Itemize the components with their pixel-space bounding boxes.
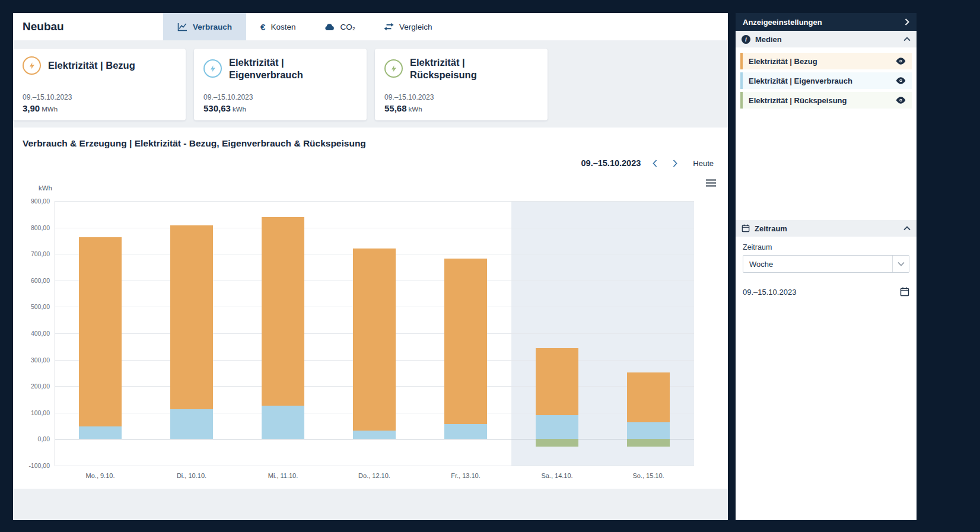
- tab-label: CO₂: [340, 23, 355, 31]
- main-area: Neubau Verbrauch € Kosten CO₂: [13, 13, 728, 520]
- tab-bar: Verbrauch € Kosten CO₂ Vergleich: [163, 13, 446, 40]
- y-axis-tick-label: 700,00: [31, 250, 50, 257]
- section-label: Medien: [755, 35, 782, 44]
- bolt-icon: [384, 59, 403, 78]
- gridline: [55, 439, 694, 439]
- bar-segment: [262, 406, 304, 439]
- bar-segment: [444, 259, 487, 424]
- bar-segment: [536, 348, 578, 416]
- y-axis-tick-label: 400,00: [31, 330, 50, 337]
- card-unit: MWh: [42, 106, 58, 113]
- media-item-eigenverbrauch[interactable]: Elektrizität | Eigenverbrauch: [740, 72, 912, 89]
- collapse-sidebar-chevron-icon[interactable]: [905, 18, 909, 26]
- calendar-icon: [742, 224, 750, 232]
- chevron-left-icon[interactable]: [649, 157, 661, 169]
- date-range: 09.–15.10.2023: [581, 158, 641, 168]
- spacer: [736, 112, 917, 220]
- cloud-icon: [324, 23, 335, 31]
- media-item-rueckspeisung[interactable]: Elektrizität | Rückspeisung: [740, 92, 912, 109]
- media-item-bezug[interactable]: Elektrizität | Bezug: [740, 53, 912, 69]
- summary-cards: Elektrizität | Bezug 09.–15.10.2023 3,90…: [13, 49, 728, 120]
- y-axis-tick-label: -100,00: [28, 462, 50, 469]
- bar-chart-plot: -100,000,00100,00200,00300,00400,00500,0…: [55, 201, 694, 466]
- eye-icon[interactable]: [896, 97, 906, 104]
- bar-segment: [170, 225, 213, 409]
- chart-panel: Verbrauch & Erzeugung | Elektrizität - B…: [13, 128, 728, 489]
- zeitraum-select[interactable]: Woche: [743, 255, 909, 273]
- chart-menu-icon[interactable]: [706, 179, 716, 189]
- tab-verbrauch[interactable]: Verbrauch: [163, 13, 246, 40]
- card-elektrizitaet-eigenverbrauch: Elektrizität | Eigenverbrauch 09.–15.10.…: [194, 49, 367, 120]
- y-axis-tick-label: 100,00: [31, 409, 50, 416]
- tab-label: Verbrauch: [193, 23, 232, 31]
- bar-segment: [627, 422, 670, 439]
- media-list: Elektrizität | Bezug Elektrizität | Eige…: [736, 47, 917, 112]
- tab-label: Kosten: [271, 23, 295, 31]
- settings-sidebar: Anzeigeeinstellungen i Medien Elektrizit…: [736, 13, 917, 520]
- section-header-medien[interactable]: i Medien: [736, 31, 917, 47]
- card-title: Elektrizität | Eigenverbrauch: [229, 56, 351, 81]
- y-axis-tick-label: 800,00: [31, 224, 50, 231]
- card-date-range: 09.–15.10.2023: [203, 93, 357, 101]
- x-axis-tick-label: Do., 12.10.: [358, 472, 390, 479]
- sidebar-header: Anzeigeeinstellungen: [736, 13, 917, 31]
- card-value: 55,68kWh: [384, 103, 538, 113]
- card-value: 530,63kWh: [203, 103, 357, 113]
- bar-segment: [353, 249, 396, 431]
- chevron-up-icon[interactable]: [903, 37, 911, 42]
- card-title: Elektrizität | Bezug: [48, 59, 135, 72]
- bar-segment: [627, 439, 670, 446]
- y-axis-tick-label: 200,00: [31, 383, 50, 390]
- sidebar-title: Anzeigeeinstellungen: [743, 18, 822, 27]
- y-axis-tick-label: 600,00: [31, 277, 50, 284]
- card-value: 3,90MWh: [23, 103, 176, 113]
- x-axis-tick-label: So., 15.10.: [632, 472, 664, 479]
- zeitraum-select-value: Woche: [749, 260, 773, 269]
- bar-segment: [353, 431, 396, 439]
- media-label: Elektrizität | Bezug: [749, 57, 896, 66]
- x-axis-tick-label: Sa., 14.10.: [541, 472, 572, 479]
- card-date-range: 09.–15.10.2023: [23, 93, 176, 101]
- gridline: [55, 228, 694, 228]
- date-navigation: 09.–15.10.2023 Heute: [581, 157, 714, 169]
- zeitraum-date-row: 09.–15.10.2023: [743, 287, 909, 297]
- bar-segment: [627, 372, 670, 423]
- section-header-zeitraum[interactable]: Zeitraum: [736, 220, 917, 237]
- x-axis-tick-label: Mo., 9.10.: [86, 472, 115, 479]
- gridline: [55, 466, 694, 466]
- y-axis-tick-label: 500,00: [31, 303, 50, 310]
- eye-icon[interactable]: [896, 77, 906, 84]
- y-axis-tick-label: 900,00: [31, 197, 50, 205]
- tab-kosten[interactable]: € Kosten: [246, 13, 310, 40]
- chevron-right-icon[interactable]: [669, 157, 681, 169]
- x-axis-tick-label: Di., 10.10.: [177, 472, 206, 479]
- tab-label: Vergleich: [399, 23, 432, 31]
- compare-arrows-icon: [384, 23, 394, 31]
- bar-segment: [262, 217, 304, 406]
- x-axis-tick-label: Mi., 11.10.: [268, 472, 298, 479]
- chart-line-icon: [177, 23, 187, 31]
- zeitraum-date-range: 09.–15.10.2023: [743, 288, 796, 297]
- zeitraum-field-label: Zeitraum: [743, 243, 909, 251]
- y-axis-tick-label: 300,00: [31, 356, 50, 364]
- chevron-up-icon[interactable]: [903, 226, 911, 231]
- bar-segment: [79, 237, 122, 426]
- zeitraum-body: Zeitraum Woche 09.–15.10.2023: [736, 237, 917, 303]
- card-elektrizitaet-rueckspeisung: Elektrizität | Rückspeisung 09.–15.10.20…: [375, 49, 548, 120]
- today-button[interactable]: Heute: [693, 159, 714, 168]
- eye-icon[interactable]: [896, 58, 906, 65]
- chevron-down-icon: [892, 256, 909, 272]
- bar-segment: [536, 415, 578, 439]
- card-elektrizitaet-bezug: Elektrizität | Bezug 09.–15.10.2023 3,90…: [13, 49, 186, 120]
- y-axis-unit-label: kWh: [36, 184, 52, 192]
- calendar-icon[interactable]: [900, 287, 909, 297]
- tab-co2[interactable]: CO₂: [310, 13, 370, 40]
- tab-vergleich[interactable]: Vergleich: [370, 13, 447, 40]
- card-title: Elektrizität | Rückspeisung: [410, 56, 532, 81]
- section-label: Zeitraum: [755, 224, 787, 233]
- bar-segment: [444, 424, 487, 439]
- page-title: Neubau: [13, 13, 163, 40]
- card-date-range: 09.–15.10.2023: [384, 93, 538, 101]
- card-unit: kWh: [233, 106, 246, 113]
- bar-segment: [170, 409, 213, 439]
